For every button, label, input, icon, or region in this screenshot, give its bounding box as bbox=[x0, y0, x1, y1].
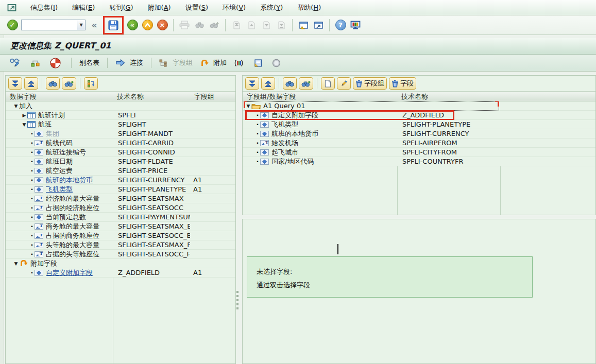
field-group-row[interactable]: ·国家/地区代码SPFLI-COUNTRYFR bbox=[243, 157, 595, 166]
technical-name-cell: SPFLI-CITYFROM bbox=[397, 148, 500, 157]
expand-node-icon[interactable]: ▶ bbox=[21, 113, 27, 118]
help-button[interactable]: ? bbox=[334, 19, 347, 32]
field-icon bbox=[35, 270, 43, 276]
trash-9-button[interactable]: 字段 bbox=[389, 77, 416, 90]
field-label: 航线代码 bbox=[46, 140, 73, 146]
command-input[interactable] bbox=[21, 20, 77, 30]
data-field-row[interactable]: ▼附加字段 bbox=[6, 259, 235, 268]
layout-bars-button[interactable] bbox=[232, 58, 248, 68]
data-field-row[interactable]: ·航空运费SFLIGHT-PRICE bbox=[6, 166, 235, 176]
menu-bar: 信息集(I)编辑(E)转到(G)附加(A)设置(S)环境(V)系统(Y)帮助(H… bbox=[0, 0, 596, 15]
field-group-row[interactable]: ·航班的本地货币SFLIGHT-CURRENCY bbox=[243, 129, 595, 138]
find-button[interactable] bbox=[283, 77, 297, 90]
display-change-button[interactable] bbox=[7, 57, 25, 68]
data-field-row[interactable]: ·T占据的商务舱座位SFLIGHT-SEATSOCC_B bbox=[6, 231, 235, 240]
exit-button[interactable]: × bbox=[156, 19, 168, 32]
data-field-row[interactable]: ·自定义附加字段Z_ADDFIELDA1 bbox=[6, 268, 235, 278]
edit-pencil-button[interactable] bbox=[337, 77, 351, 90]
data-field-row[interactable]: ·飞机类型SFLIGHT-PLANETYPEA1 bbox=[6, 185, 235, 194]
field-group-row[interactable]: ▼A1 Query 01 bbox=[243, 101, 595, 111]
new-session-button[interactable] bbox=[297, 19, 310, 32]
field-group-row[interactable]: ·起飞城市SPFLI-CITYFROM bbox=[243, 148, 595, 157]
trash-8-button[interactable]: 字段组 bbox=[353, 77, 387, 90]
data-field-row[interactable]: ·集团SFLIGHT-MANDT bbox=[6, 129, 235, 138]
hierarchy-button[interactable] bbox=[28, 58, 45, 68]
extras-loop-button[interactable]: 附加 bbox=[198, 57, 229, 68]
back-button[interactable]: « bbox=[126, 19, 139, 32]
menu-item-1[interactable]: 编辑(E) bbox=[65, 0, 102, 15]
menu-item-5[interactable]: 环境(V) bbox=[215, 0, 253, 15]
menu-item-0[interactable]: 信息集(I) bbox=[23, 0, 65, 15]
expand-all-button[interactable] bbox=[8, 77, 22, 90]
data-field-row[interactable]: ·T航线代码SFLIGHT-CARRID bbox=[6, 138, 235, 148]
field-group-row[interactable]: ·自定义附加字段Z_ADDFIELD bbox=[243, 111, 595, 120]
collapse-all-button[interactable] bbox=[24, 77, 38, 90]
collapse-all-button[interactable] bbox=[261, 77, 275, 90]
text-field-icon: T bbox=[35, 241, 43, 248]
menu-item-7[interactable]: 帮助(H) bbox=[290, 0, 328, 15]
field-icon bbox=[35, 159, 43, 165]
info-message-body: 通过双击选择字段 bbox=[257, 279, 523, 292]
find-next-button[interactable] bbox=[299, 77, 313, 90]
expand-all-button[interactable] bbox=[245, 77, 259, 90]
collapse-node-icon[interactable]: ▼ bbox=[21, 122, 27, 127]
system-menu-icon[interactable] bbox=[7, 4, 18, 12]
find-next-button[interactable] bbox=[62, 77, 76, 90]
data-field-row[interactable]: ·T占据的头等舱座位SFLIGHT-SEATSOCC_F bbox=[6, 250, 235, 259]
status-led-button[interactable] bbox=[270, 58, 285, 68]
field-label: 附加字段 bbox=[30, 260, 57, 267]
data-field-row[interactable]: ·航班日期SFLIGHT-FLDATE bbox=[6, 157, 235, 166]
page-title: 更改信息集 Z_QUERT_01 bbox=[10, 41, 111, 51]
field-group-row[interactable]: ·飞机类型SFLIGHT-PLANETYPE bbox=[243, 120, 595, 129]
field-group-cell bbox=[190, 101, 221, 110]
new-page-button[interactable] bbox=[321, 77, 335, 90]
field-group-row[interactable]: ·T始发机场SPFLI-AIRPFROM bbox=[243, 138, 595, 148]
panel-splitter-handle[interactable] bbox=[236, 291, 239, 311]
text-cursor bbox=[337, 244, 338, 254]
technical-name-cell: Z_ADDFIELD bbox=[113, 268, 190, 277]
customize-display-button[interactable] bbox=[349, 19, 362, 32]
app-button-4-button[interactable]: 别名表 bbox=[77, 57, 101, 68]
menu-item-6[interactable]: 系统(Y) bbox=[253, 0, 290, 15]
create-shortcut-button[interactable] bbox=[312, 19, 325, 32]
bullet-icon: · bbox=[29, 148, 35, 156]
save-button[interactable] bbox=[107, 19, 120, 32]
collapse-node-icon[interactable]: ▼ bbox=[13, 103, 19, 109]
menu-item-3[interactable]: 附加(A) bbox=[141, 0, 178, 15]
technical-name-cell: SFLIGHT-CONNID bbox=[113, 148, 190, 157]
layout-bars-icon bbox=[234, 59, 244, 67]
sort-order-button[interactable] bbox=[84, 77, 98, 90]
data-field-row[interactable]: ·T商务舱的最大容量SFLIGHT-SEATSMAX_B bbox=[6, 222, 235, 231]
doc-note-button[interactable] bbox=[251, 58, 267, 68]
data-field-row[interactable]: ·T头等舱的最大容量SFLIGHT-SEATSMAX_F bbox=[6, 240, 235, 250]
technical-name-cell: SFLIGHT-PRICE bbox=[113, 166, 190, 175]
field-label: 起飞城市 bbox=[271, 149, 298, 155]
menu-item-4[interactable]: 设置(S) bbox=[178, 0, 215, 15]
up-button[interactable] bbox=[141, 19, 154, 32]
bullet-icon: · bbox=[29, 185, 35, 193]
field-label: 航班连接编号 bbox=[46, 149, 86, 155]
enter-check-button[interactable]: ✓ bbox=[6, 19, 19, 32]
command-dropdown-icon[interactable]: ▼ bbox=[77, 20, 86, 30]
field-icon bbox=[260, 122, 269, 128]
find-button[interactable] bbox=[46, 77, 60, 90]
connect-arrow-button[interactable]: 连接 bbox=[113, 57, 145, 68]
data-field-row[interactable]: ▼航班SFLIGHT bbox=[6, 120, 235, 129]
field-icon bbox=[260, 131, 269, 137]
collapse-toolbar-button[interactable]: « bbox=[88, 19, 100, 32]
check-generate-button[interactable] bbox=[48, 57, 65, 70]
collapse-node-icon[interactable]: ▼ bbox=[245, 103, 251, 109]
data-field-row[interactable]: ·当前预定总数SFLIGHT-PAYMENTSUM bbox=[6, 213, 235, 222]
data-field-row[interactable]: ·航班的本地货币SFLIGHT-CURRENCYA1 bbox=[6, 176, 235, 185]
field-name-cell: ·航空运费 bbox=[6, 166, 113, 175]
data-field-row[interactable]: ▼加入 bbox=[6, 101, 235, 111]
data-field-row[interactable]: ·T经济舱的最大容量SFLIGHT-SEATSMAX bbox=[6, 194, 235, 203]
data-field-row[interactable]: ·T占据的经济舱座位SFLIGHT-SEATSOCC bbox=[6, 203, 235, 213]
menu-item-2[interactable]: 转到(G) bbox=[102, 0, 140, 15]
no-field-selected-box: 未选择字段: 通过双击选择字段 bbox=[247, 256, 533, 298]
data-field-row[interactable]: ▶航班计划SPFLI bbox=[6, 111, 235, 120]
data-field-row[interactable]: ·航班连接编号SFLIGHT-CONNID bbox=[6, 148, 235, 157]
technical-name-cell: SFLIGHT-SEATSOCC bbox=[113, 203, 190, 212]
technical-name-cell: SFLIGHT-CURRENCY bbox=[397, 129, 500, 138]
collapse-node-icon[interactable]: ▼ bbox=[13, 261, 19, 266]
